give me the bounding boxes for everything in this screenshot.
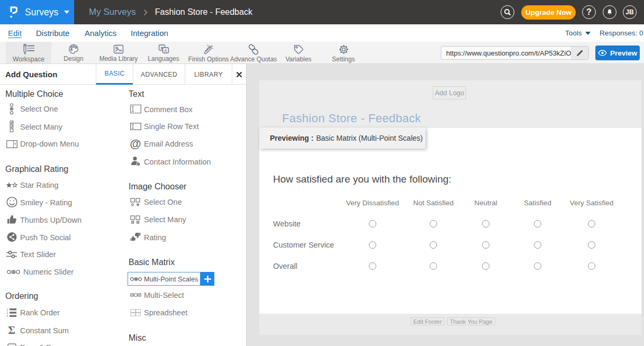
svg-text:2: 2 — [7, 311, 8, 314]
svg-text:★: ★ — [160, 45, 164, 50]
svg-text:A: A — [164, 48, 167, 53]
svg-text:1: 1 — [7, 308, 8, 311]
svg-text:3: 3 — [7, 314, 8, 317]
